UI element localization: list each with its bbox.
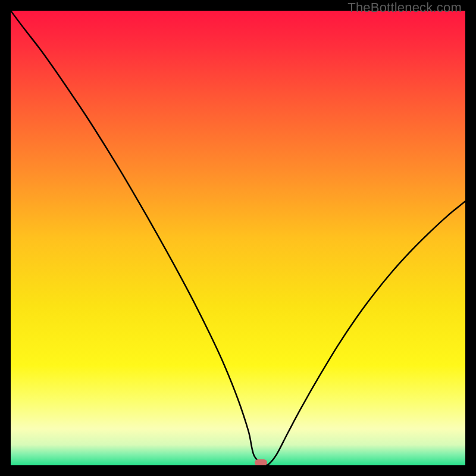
chart-frame [11, 11, 465, 465]
optimal-marker [255, 459, 267, 465]
chart-background-gradient [11, 11, 465, 465]
watermark-text: TheBottleneck.com [347, 0, 462, 15]
svg-rect-0 [11, 11, 465, 465]
